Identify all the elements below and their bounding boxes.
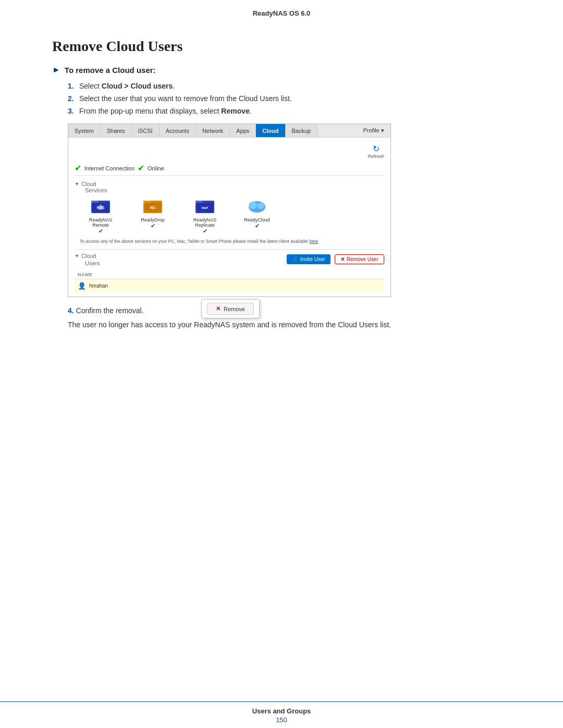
refresh-button[interactable]: ↻ Refresh (368, 144, 384, 159)
step4-text: Confirm the removal. (76, 306, 144, 315)
svg-point-15 (257, 203, 264, 209)
popup-remove-label: Remove (224, 306, 245, 312)
nav-tab-accounts[interactable]: Accounts (160, 124, 196, 137)
user-cell: 👤 hmahan (75, 279, 384, 292)
svg-point-14 (249, 202, 257, 209)
refresh-label: Refresh (368, 154, 384, 159)
page-title: Remove Cloud Users (52, 38, 511, 55)
svg-text:REP: REP (202, 206, 208, 209)
cloud-users-section-title: ▼ Cloud Users (75, 253, 100, 266)
table-row: 👤 hmahan (75, 279, 384, 292)
popup-menu: ✕ Remove (201, 299, 260, 318)
page-content: Remove Cloud Users ► To remove a Cloud u… (0, 22, 563, 362)
service-readycloud: ReadyCloud ✔ (236, 198, 278, 229)
nav-bar: System Shares iSCSI Accounts Network App… (68, 124, 390, 138)
here-link[interactable]: here (309, 239, 318, 244)
cloud-services-label: Cloud (81, 181, 96, 187)
step4-num: 4. (68, 306, 74, 315)
readynas-remote-check: ✔ (99, 228, 103, 235)
procedure-header: ► To remove a Cloud user: (52, 65, 511, 75)
refresh-area: ↻ Refresh (75, 142, 384, 161)
readydrop-label: ReadyDrop (141, 217, 165, 223)
result-text: The user no longer has access to your Re… (68, 319, 511, 330)
header-title: ReadyNAS OS 6.0 (253, 9, 311, 17)
cloud-users-buttons: 👤 Invite User ✕ Remove User (287, 254, 384, 264)
readycloud-label: ReadyCloud (244, 217, 270, 223)
user-cell-inner: 👤 hmahan (78, 282, 381, 290)
remove-user-button[interactable]: ✕ Remove User (335, 254, 384, 264)
inet-label: Internet Connection (84, 165, 134, 171)
steps-list: 1. Select Cloud > Cloud users. 2. Select… (68, 82, 511, 115)
readycloud-check: ✔ (255, 223, 260, 229)
inet-check-icon: ✔ (75, 163, 81, 173)
remove-label: Remove User (347, 256, 378, 262)
step-3: 3. From the pop-up menu that displays, s… (68, 107, 511, 115)
readydrop-check: ✔ (151, 223, 155, 229)
user-avatar-icon: 👤 (78, 282, 86, 290)
step-3-num: 3. (68, 107, 79, 115)
screenshot-body: ↻ Refresh ✔ Internet Connection ✔ Online… (68, 138, 390, 297)
readynas-remote-icon: NAS (91, 198, 110, 216)
screenshot: System Shares iSCSI Accounts Network App… (68, 124, 391, 297)
triangle-icon: ▼ (75, 181, 79, 187)
step-1-text: Select Cloud > Cloud users. (79, 82, 175, 90)
cloud-users-header: ▼ Cloud Users 👤 Invite User ✕ Remove Use… (75, 253, 384, 266)
cloud-users-tri: ▼ (75, 253, 79, 258)
readycloud-icon (248, 198, 266, 216)
step-1: 1. Select Cloud > Cloud users. (68, 82, 511, 90)
nav-tab-shares[interactable]: Shares (101, 124, 132, 137)
nav-tab-cloud[interactable]: Cloud (256, 124, 285, 137)
cloud-users-label: ▼ Cloud (75, 253, 100, 259)
readynas-remote-label: ReadyNASRemote (89, 217, 113, 228)
nav-tab-network[interactable]: Network (196, 124, 230, 137)
cloud-services-sublabel: Services (85, 187, 384, 193)
service-readydrop: RD ReadyDrop ✔ (132, 198, 174, 229)
step4-block: 4. Confirm the removal. The user no long… (52, 306, 511, 330)
readynas-replicate-icon: REP (195, 198, 214, 216)
page-footer: Users and Groups 150 (0, 701, 563, 728)
cloud-services-section-title: ▼ Cloud (75, 181, 384, 187)
readydrop-icon: RD (143, 198, 162, 216)
svg-text:RD: RD (150, 206, 155, 209)
remove-popup-item[interactable]: ✕ Remove (207, 303, 254, 315)
footer-section: Users and Groups (0, 707, 563, 715)
refresh-icon: ↻ (373, 144, 380, 154)
arrow-icon: ► (52, 65, 60, 75)
nav-tab-system[interactable]: System (68, 124, 101, 137)
cloud-services-row: NAS ReadyNASRemote ✔ RD (75, 198, 384, 235)
service-readynas-replicate: REP ReadyNASReplicate ✔ (184, 198, 226, 235)
service-note: To access any of the above services on y… (80, 239, 384, 245)
nav-tab-backup[interactable]: Backup (286, 124, 318, 137)
step-3-text: From the pop-up menu that displays, sele… (79, 107, 252, 115)
nav-tab-apps[interactable]: Apps (230, 124, 256, 137)
cloud-users-sublabel: Users (85, 260, 100, 266)
nav-tab-iscsi[interactable]: iSCSI (132, 124, 160, 137)
step4-row: 4. Confirm the removal. (68, 306, 511, 315)
readynas-replicate-label: ReadyNASReplicate (193, 217, 217, 228)
invite-icon: 👤 (292, 256, 298, 262)
remove-x-icon: ✕ (340, 256, 345, 262)
online-check-icon: ✔ (138, 163, 144, 173)
nav-tab-profile[interactable]: Profile ▾ (357, 125, 390, 136)
step-2: 2. Select the user that you want to remo… (68, 94, 511, 103)
footer-page: 150 (0, 716, 563, 724)
page-header: ReadyNAS OS 6.0 (0, 0, 563, 22)
col-name-header: NAME (75, 270, 384, 279)
step-2-num: 2. (68, 94, 79, 103)
readynas-replicate-check: ✔ (203, 228, 207, 235)
service-readynas-remote: NAS ReadyNASRemote ✔ (80, 198, 121, 235)
procedure-title: To remove a Cloud user: (65, 66, 156, 75)
invite-user-button[interactable]: 👤 Invite User (287, 254, 331, 264)
invite-label: Invite User (300, 256, 325, 262)
users-table: NAME 👤 hmahan (75, 270, 384, 292)
step-2-text: Select the user that you want to remove … (79, 94, 292, 103)
step-1-num: 1. (68, 82, 79, 90)
svg-text:NAS: NAS (97, 206, 105, 209)
username: hmahan (89, 283, 108, 289)
inet-row: ✔ Internet Connection ✔ Online (75, 161, 384, 176)
section-divider (75, 249, 384, 250)
online-label: Online (148, 165, 164, 171)
popup-x-icon: ✕ (216, 305, 221, 312)
